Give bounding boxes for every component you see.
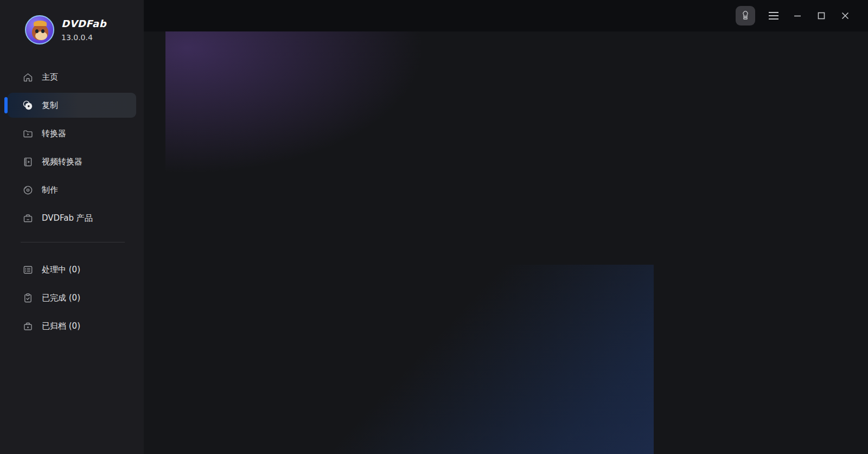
app-name: DVDFab	[61, 18, 106, 29]
sidebar-item-home[interactable]: 主页	[0, 63, 144, 91]
copy-page: 复制 使用灵活的备份模式将DVD/蓝光/4K超高清蓝光光盘复制和刻录到空白 DV…	[144, 31, 868, 454]
active-indicator	[4, 97, 8, 113]
sidebar-item-label: 处理中 (0)	[42, 265, 80, 275]
sidebar-item-label: 复制	[42, 100, 58, 111]
sidebar-nav: 主页 复制 转换器 视频转换器	[0, 63, 144, 232]
products-box-icon	[22, 212, 34, 224]
video-converter-icon	[22, 156, 34, 168]
app-window: DVDFab 13.0.0.4 主页 复制	[0, 0, 868, 454]
main-area: 复制 使用灵活的备份模式将DVD/蓝光/4K超高清蓝光光盘复制和刻录到空白 DV…	[144, 0, 868, 454]
sidebar-item-copy[interactable]: 复制	[0, 91, 144, 119]
app-version: 13.0.0.4	[61, 33, 106, 42]
chef-hat-button[interactable]	[736, 6, 755, 25]
creator-disc-icon	[22, 184, 34, 196]
sidebar-item-label: 转换器	[42, 129, 66, 139]
close-button[interactable]	[833, 6, 857, 25]
sidebar-tasks: 处理中 (0) 已完成 (0) 已归档 (0)	[0, 255, 144, 340]
sidebar-item-label: DVDFab 产品	[42, 213, 93, 223]
completed-clipboard-icon	[22, 292, 34, 304]
sidebar-item-label: 主页	[42, 72, 58, 82]
converter-folder-icon	[22, 127, 34, 139]
blue-glow-decor	[165, 265, 654, 454]
sidebar-item-video-converter[interactable]: 视频转换器	[0, 148, 144, 176]
sidebar-item-label: 已归档 (0)	[42, 321, 80, 331]
sidebar-item-creator[interactable]: 制作	[0, 176, 144, 204]
minimize-button[interactable]	[786, 6, 809, 25]
sidebar-item-converter[interactable]: 转换器	[0, 119, 144, 148]
sidebar: DVDFab 13.0.0.4 主页 复制	[0, 0, 144, 454]
purple-glow-decor	[165, 31, 762, 265]
sidebar-item-products[interactable]: DVDFab 产品	[0, 204, 144, 232]
processing-list-icon	[22, 264, 34, 276]
sidebar-item-label: 制作	[42, 185, 58, 195]
titlebar	[144, 0, 868, 31]
sidebar-divider	[21, 242, 125, 242]
maximize-button[interactable]	[809, 6, 833, 25]
sidebar-item-archived[interactable]: 已归档 (0)	[0, 312, 144, 340]
app-logo: DVDFab 13.0.0.4	[0, 0, 144, 59]
sidebar-item-completed[interactable]: 已完成 (0)	[0, 284, 144, 312]
menu-button[interactable]	[762, 6, 786, 25]
home-icon	[22, 71, 34, 83]
sidebar-item-label: 已完成 (0)	[42, 293, 80, 303]
sidebar-item-label: 视频转换器	[42, 157, 82, 167]
copy-disc-icon	[22, 99, 34, 111]
dvdfab-monkey-logo-icon	[25, 15, 54, 44]
archived-box-icon	[22, 320, 34, 332]
sidebar-item-processing[interactable]: 处理中 (0)	[0, 255, 144, 284]
